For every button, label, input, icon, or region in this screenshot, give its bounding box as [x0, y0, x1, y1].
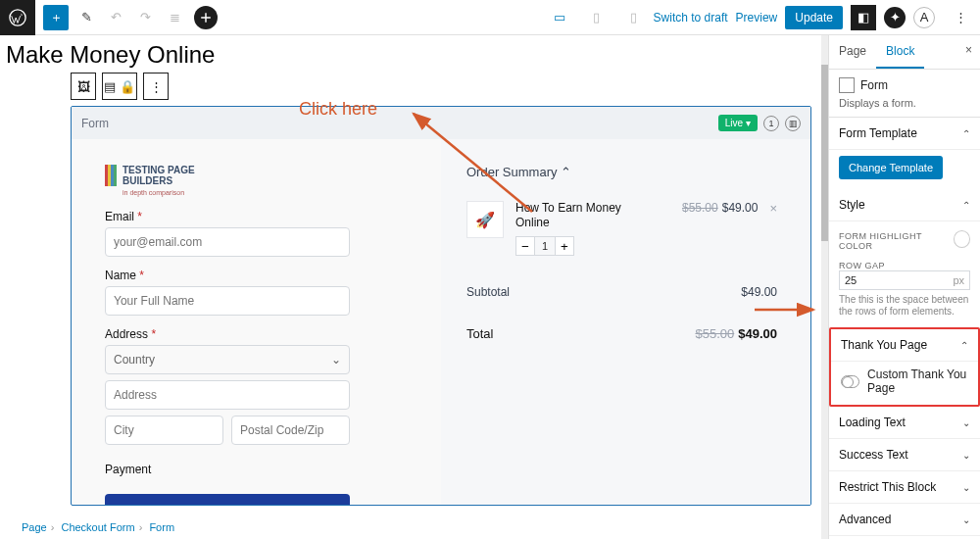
chevron-up-icon: ⌃	[962, 200, 970, 211]
update-button[interactable]: Update	[785, 6, 843, 29]
email-input[interactable]	[105, 227, 350, 257]
layout-toggle-icon[interactable]: ▥	[785, 116, 801, 131]
remove-product-icon[interactable]: ×	[769, 201, 777, 216]
payment-label: Payment	[105, 463, 408, 476]
info-icon[interactable]: ≣	[163, 6, 186, 29]
crumb-page[interactable]: Page	[22, 521, 47, 533]
desktop-preview-icon[interactable]: ▭	[548, 6, 571, 29]
name-label: Name *	[105, 269, 408, 282]
address-input[interactable]	[105, 380, 350, 410]
custom-thank-you-toggle[interactable]	[841, 375, 859, 388]
undo-icon[interactable]: ↶	[104, 6, 127, 29]
section-advanced[interactable]: Advanced⌄	[829, 504, 980, 536]
block-settings-sidebar: Page Block × Form Displays a form. Form …	[828, 35, 980, 539]
tab-page[interactable]: Page	[829, 35, 876, 69]
address-label: Address *	[105, 327, 408, 341]
block-tool-image[interactable]: 🖼	[71, 73, 96, 100]
qty-plus-button[interactable]: +	[555, 236, 574, 256]
brand-icon[interactable]	[194, 6, 218, 29]
jetpack-icon[interactable]: ✦	[884, 7, 906, 28]
section-loading-text[interactable]: Loading Text⌄	[829, 407, 980, 439]
chevron-up-icon: ⌃	[561, 165, 571, 179]
switch-to-draft-link[interactable]: Switch to draft	[654, 11, 728, 24]
product-name: How To Earn Money Online	[515, 201, 653, 230]
crumb-form[interactable]: Form	[149, 521, 174, 533]
close-sidebar-icon[interactable]: ×	[957, 35, 980, 69]
order-summary-header[interactable]: Order Summary ⌃	[466, 165, 777, 179]
tablet-preview-icon[interactable]: ▯	[585, 6, 609, 29]
lock-icon: 🔒	[171, 505, 185, 506]
edit-mode-icon[interactable]: ✎	[74, 6, 98, 29]
section-success-text[interactable]: Success Text⌄	[829, 439, 980, 471]
subtotal-row: Subtotal$49.00	[466, 285, 777, 299]
change-template-button[interactable]: Change Template	[839, 156, 943, 179]
section-thank-you[interactable]: Thank You Page⌃	[831, 329, 978, 362]
chevron-down-icon: ⌄	[962, 514, 970, 525]
purchase-button[interactable]: 🔒Purchase $49.00	[105, 494, 350, 506]
settings-panel-icon[interactable]: ◧	[851, 5, 876, 30]
canvas-scrollbar[interactable]	[821, 35, 828, 539]
city-input[interactable]	[105, 416, 223, 445]
section-restrict-block[interactable]: Restrict This Block⌄	[829, 471, 980, 504]
rowgap-label: ROW GAP	[839, 261, 970, 270]
total-row: Total$55.00$49.00	[466, 326, 777, 341]
form-block[interactable]: Form Live ▾ 1 ▥ TESTING PAGEBUILDERSin d…	[71, 106, 811, 506]
page-title[interactable]: Make Money Online	[0, 35, 821, 69]
tab-block[interactable]: Block	[876, 35, 924, 69]
chevron-down-icon: ⌄	[962, 482, 970, 493]
chevron-down-icon: ⌄	[962, 417, 970, 428]
user-avatar-icon[interactable]: A	[913, 7, 935, 28]
form-block-label: Form	[81, 117, 109, 130]
section-form-template[interactable]: Form Template⌃	[829, 118, 980, 150]
crumb-checkout[interactable]: Checkout Form	[61, 521, 134, 533]
add-block-button[interactable]: ＋	[43, 5, 69, 30]
rowgap-hint: The this is the space between the rows o…	[839, 294, 970, 318]
qty-value: 1	[535, 236, 555, 256]
country-select[interactable]: Country⌄	[105, 345, 350, 374]
section-style[interactable]: Style⌃	[829, 189, 980, 221]
product-thumbnail: 🚀	[466, 201, 504, 238]
breadcrumb: Page› Checkout Form› Form	[22, 521, 174, 533]
block-tool-more[interactable]: ⋮	[143, 73, 169, 100]
block-tool-lock[interactable]: ▤ 🔒	[102, 73, 137, 100]
email-label: Email *	[105, 210, 408, 223]
chevron-up-icon: ⌃	[960, 340, 968, 351]
chevron-down-icon: ⌄	[962, 450, 970, 461]
name-input[interactable]	[105, 286, 350, 316]
mobile-preview-icon[interactable]: ▯	[622, 6, 646, 29]
preview-link[interactable]: Preview	[736, 11, 778, 24]
redo-icon[interactable]: ↷	[133, 6, 157, 29]
postal-input[interactable]	[231, 416, 350, 445]
rowgap-input[interactable]: 25px	[839, 270, 970, 290]
highlight-color-swatch[interactable]	[954, 230, 970, 248]
chevron-down-icon: ⌄	[331, 353, 341, 367]
highlight-color-label: FORM HIGHLIGHT COLOR	[839, 231, 954, 251]
qty-minus-button[interactable]: −	[515, 236, 535, 256]
more-menu-icon[interactable]: ⋮	[949, 6, 972, 29]
live-badge[interactable]: Live ▾	[718, 115, 758, 131]
order-product-row: 🚀 How To Earn Money Online − 1 + $55.00$…	[466, 201, 777, 256]
block-type-desc: Displays a form.	[839, 97, 970, 109]
chevron-up-icon: ⌃	[962, 128, 970, 139]
block-type-name: Form	[860, 78, 888, 92]
brand-logo: TESTING PAGEBUILDERSin depth comparison	[105, 165, 408, 198]
product-old-price: $55.00	[682, 201, 718, 215]
wp-logo[interactable]	[0, 0, 35, 35]
layout-indicator-1[interactable]: 1	[763, 116, 779, 131]
product-price: $49.00	[722, 201, 759, 215]
block-type-icon	[839, 77, 855, 93]
custom-thank-you-label: Custom Thank You Page	[867, 368, 968, 395]
